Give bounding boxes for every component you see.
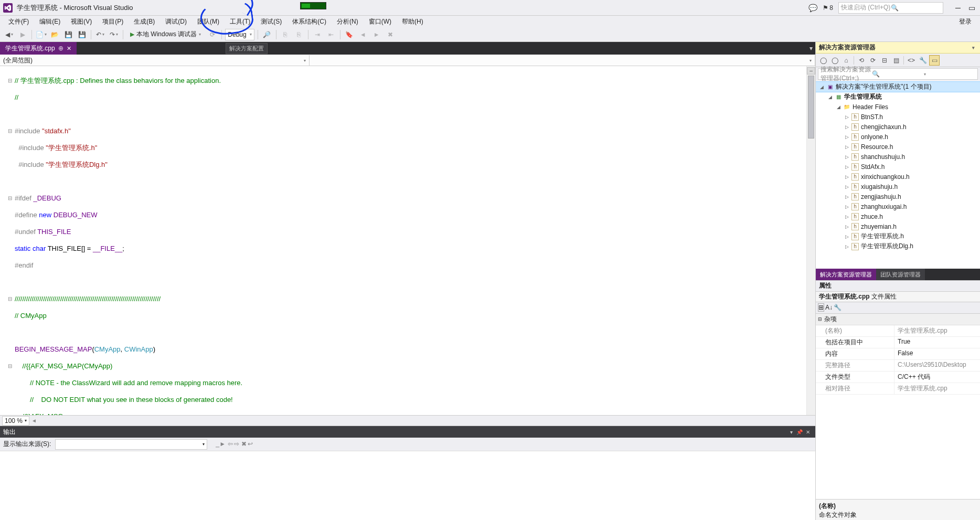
bookmark-button[interactable]: 🔖: [344, 29, 355, 40]
uncomment-button[interactable]: ⎘: [293, 29, 305, 40]
se-refresh-button[interactable]: ⟳: [868, 55, 878, 66]
tree-file[interactable]: ▷hshanchushuju.h: [816, 152, 980, 162]
tree-file[interactable]: ▷hzhuyemian.h: [816, 221, 980, 231]
prop-az-button[interactable]: A↓: [825, 304, 833, 311]
menu-file[interactable]: 文件(F): [3, 16, 34, 28]
tree-file[interactable]: ▷hzhuce.h: [816, 211, 980, 221]
se-preview-button[interactable]: ▭: [929, 55, 940, 66]
output-source-combo[interactable]: ▾: [55, 439, 207, 450]
prop-cat-button[interactable]: ⊞: [818, 303, 824, 312]
save-all-button[interactable]: 💾: [76, 29, 88, 40]
se-dropdown-icon[interactable]: ▾: [970, 45, 977, 50]
se-tree[interactable]: ◢ ▣ 解决方案"学生管理系统"(1 个项目) ◢ ▦ 学生管理系统 ◢ 📁 H…: [816, 81, 980, 269]
quick-launch-input[interactable]: 快速启动 (Ctrl+Q) 🔍: [838, 2, 943, 14]
prop-row[interactable]: 包括在项目中True: [816, 337, 980, 348]
save-button[interactable]: 💾: [62, 29, 74, 40]
new-project-button[interactable]: 📄: [35, 29, 47, 40]
tree-file[interactable]: ▷hResource.h: [816, 142, 980, 152]
minimize-button[interactable]: ─: [953, 4, 963, 12]
prop-row[interactable]: 完整路径C:\Users\29510\Desktop: [816, 360, 980, 372]
tree-file[interactable]: ▷hBtnST.h: [816, 112, 980, 122]
feedback-icon[interactable]: 💬: [808, 4, 817, 12]
menu-analyze[interactable]: 分析(N): [332, 16, 364, 28]
menu-edit[interactable]: 编辑(E): [34, 16, 66, 28]
menu-build[interactable]: 生成(B): [129, 16, 160, 28]
output-wrap-button[interactable]: ↩: [248, 440, 253, 449]
split-button[interactable]: ─: [807, 67, 815, 75]
outline-toggle[interactable]: ⊟: [7, 77, 13, 85]
tree-solution[interactable]: ◢ ▣ 解决方案"学生管理系统"(1 个项目): [816, 82, 980, 92]
outline-toggle[interactable]: ⊟: [7, 362, 13, 370]
menu-arch[interactable]: 体系结构(C): [287, 16, 332, 28]
menu-team[interactable]: 团队(M): [192, 16, 225, 28]
prop-category[interactable]: ⊟ 杂项: [816, 314, 980, 325]
sign-in-link[interactable]: 登录: [954, 16, 977, 28]
output-next-button[interactable]: ⇨: [234, 440, 239, 449]
menu-view[interactable]: 视图(V): [66, 16, 97, 28]
output-prev-button[interactable]: ⇦: [228, 440, 233, 449]
properties-grid[interactable]: ⊟ 杂项 (名称)学生管理系统.cpp包括在项目中True内容False完整路径…: [816, 314, 980, 500]
pin-icon[interactable]: ⊕: [58, 45, 63, 52]
se-home-button[interactable]: ⌂: [841, 55, 851, 66]
tree-file[interactable]: ▷honlyone.h: [816, 132, 980, 142]
prop-row[interactable]: 相对路径学生管理系统.cpp: [816, 383, 980, 395]
scroll-thumb[interactable]: [808, 76, 814, 139]
config-combo[interactable]: Debug ▾ 解决方案配置: [225, 29, 254, 40]
se-back-button[interactable]: ◯: [818, 55, 828, 66]
undo-button[interactable]: ↶: [94, 29, 106, 40]
se-fwd-button[interactable]: ◯: [829, 55, 840, 66]
outline-toggle[interactable]: ⊟: [7, 295, 13, 303]
se-sync-button[interactable]: ⟲: [856, 55, 867, 66]
redo-button[interactable]: ↷: [108, 29, 120, 40]
browser-select-button[interactable]: ⟳: [207, 29, 218, 40]
document-tab-active[interactable]: 学生管理系统.cpp ⊕ ✕: [0, 42, 77, 55]
se-properties-button[interactable]: 🔧: [918, 55, 928, 66]
indent-button[interactable]: ⇥: [312, 29, 323, 40]
prop-row[interactable]: (名称)学生管理系统.cpp: [816, 325, 980, 337]
prop-row[interactable]: 内容False: [816, 348, 980, 360]
tree-file[interactable]: ▷hzengjiashuju.h: [816, 192, 980, 201]
tree-file[interactable]: ▷h学生管理系统.h: [816, 231, 980, 241]
start-debug-button[interactable]: ▶ 本地 Windows 调试器 ▾: [126, 29, 205, 40]
se-tab-solution[interactable]: 解决方案资源管理器: [816, 269, 876, 280]
prop-row[interactable]: 文件类型C/C++ 代码: [816, 372, 980, 383]
outline-toggle[interactable]: ⊟: [7, 127, 13, 135]
open-file-button[interactable]: 📂: [49, 29, 60, 40]
menu-debug[interactable]: 调试(D): [160, 16, 192, 28]
member-combo[interactable]: ▾: [310, 55, 815, 66]
tab-overflow-button[interactable]: ▾: [807, 42, 815, 55]
nav-back-button[interactable]: ◀: [3, 29, 15, 40]
tree-file[interactable]: ▷hchengjichaxun.h: [816, 122, 980, 132]
prev-bookmark-button[interactable]: ◄: [357, 29, 369, 40]
se-showall-button[interactable]: ▤: [891, 55, 901, 66]
se-code-button[interactable]: <>: [906, 55, 917, 66]
tree-file[interactable]: ▷hzhanghuxiugai.h: [816, 201, 980, 211]
panel-pin-icon[interactable]: 📌: [795, 429, 804, 435]
code-editor[interactable]: ⊟// 学生管理系统.cpp : Defines the class behav…: [0, 66, 815, 415]
panel-dropdown-icon[interactable]: ▾: [787, 429, 795, 435]
tree-file[interactable]: ▷hxiugaishuju.h: [816, 182, 980, 192]
se-collapse-button[interactable]: ⊟: [879, 55, 890, 66]
tree-file[interactable]: ▷hxinxichuangkou.h: [816, 172, 980, 182]
menu-window[interactable]: 窗口(W): [364, 16, 397, 28]
nav-fwd-button[interactable]: ▶: [17, 29, 28, 40]
output-goto-button[interactable]: ⎯►: [216, 440, 226, 449]
tree-file[interactable]: ▷hStdAfx.h: [816, 162, 980, 172]
output-body[interactable]: [0, 451, 815, 520]
close-tab-icon[interactable]: ✕: [67, 45, 71, 52]
menu-tools[interactable]: 工具(T): [225, 16, 255, 28]
se-tab-team[interactable]: 团队资源管理器: [876, 269, 925, 280]
hscroll-left[interactable]: ◄: [31, 418, 37, 423]
prop-pages-button[interactable]: 🔧: [834, 304, 841, 311]
vertical-scrollbar[interactable]: ─: [806, 66, 815, 415]
tree-project[interactable]: ◢ ▦ 学生管理系统: [816, 92, 980, 102]
comment-button[interactable]: ⎘: [280, 29, 291, 40]
find-in-files-button[interactable]: 🔎: [261, 29, 273, 40]
output-clear-button[interactable]: ✖: [241, 440, 247, 449]
notification-flag[interactable]: ⚑ 8: [823, 4, 833, 12]
menu-test[interactable]: 测试(S): [255, 16, 287, 28]
clear-bookmark-button[interactable]: ✖: [385, 29, 396, 40]
tree-folder-headers[interactable]: ◢ 📁 Header Files: [816, 102, 980, 112]
next-bookmark-button[interactable]: ►: [371, 29, 382, 40]
menu-project[interactable]: 项目(P): [97, 16, 129, 28]
